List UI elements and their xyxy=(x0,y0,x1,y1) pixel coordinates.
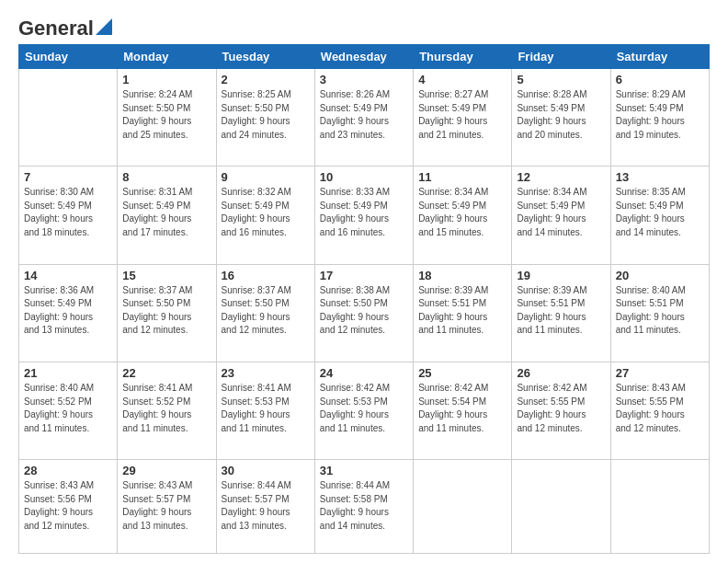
weekday-header-tuesday: Tuesday xyxy=(216,45,314,69)
calendar-cell: 16Sunrise: 8:37 AM Sunset: 5:50 PM Dayli… xyxy=(216,264,314,362)
calendar-cell: 20Sunrise: 8:40 AM Sunset: 5:51 PM Dayli… xyxy=(610,264,709,362)
calendar-cell xyxy=(19,69,118,167)
calendar-cell: 11Sunrise: 8:34 AM Sunset: 5:49 PM Dayli… xyxy=(414,167,512,264)
svg-marker-0 xyxy=(96,18,112,35)
calendar-cell: 4Sunrise: 8:27 AM Sunset: 5:49 PM Daylig… xyxy=(414,69,512,167)
calendar-cell: 3Sunrise: 8:26 AM Sunset: 5:49 PM Daylig… xyxy=(314,69,413,167)
calendar: SundayMondayTuesdayWednesdayThursdayFrid… xyxy=(18,44,710,554)
day-info: Sunrise: 8:26 AM Sunset: 5:49 PM Dayligh… xyxy=(320,88,408,142)
weekday-header-monday: Monday xyxy=(118,45,216,69)
day-info: Sunrise: 8:43 AM Sunset: 5:55 PM Dayligh… xyxy=(616,382,704,435)
calendar-cell: 9Sunrise: 8:32 AM Sunset: 5:49 PM Daylig… xyxy=(216,167,314,264)
day-number: 24 xyxy=(320,366,408,380)
day-number: 29 xyxy=(122,464,210,477)
day-info: Sunrise: 8:31 AM Sunset: 5:49 PM Dayligh… xyxy=(122,186,210,239)
day-number: 17 xyxy=(320,269,408,282)
weekday-header-saturday: Saturday xyxy=(610,45,709,69)
day-info: Sunrise: 8:30 AM Sunset: 5:49 PM Dayligh… xyxy=(24,186,112,239)
day-info: Sunrise: 8:39 AM Sunset: 5:51 PM Dayligh… xyxy=(517,284,605,338)
day-number: 20 xyxy=(616,269,704,282)
day-number: 30 xyxy=(222,464,310,477)
calendar-cell: 27Sunrise: 8:43 AM Sunset: 5:55 PM Dayli… xyxy=(610,362,709,460)
calendar-cell: 6Sunrise: 8:29 AM Sunset: 5:49 PM Daylig… xyxy=(610,69,709,167)
week-row-1: 1Sunrise: 8:24 AM Sunset: 5:50 PM Daylig… xyxy=(19,69,710,167)
day-number: 22 xyxy=(122,366,210,380)
calendar-cell: 8Sunrise: 8:31 AM Sunset: 5:49 PM Daylig… xyxy=(118,167,216,264)
calendar-cell: 14Sunrise: 8:36 AM Sunset: 5:49 PM Dayli… xyxy=(19,264,118,362)
day-number: 5 xyxy=(517,73,605,86)
day-number: 27 xyxy=(616,366,704,380)
day-info: Sunrise: 8:33 AM Sunset: 5:49 PM Dayligh… xyxy=(320,186,408,239)
day-number: 7 xyxy=(24,170,112,184)
week-row-3: 14Sunrise: 8:36 AM Sunset: 5:49 PM Dayli… xyxy=(19,264,710,362)
day-number: 9 xyxy=(222,170,310,184)
day-info: Sunrise: 8:38 AM Sunset: 5:50 PM Dayligh… xyxy=(320,284,408,338)
day-info: Sunrise: 8:32 AM Sunset: 5:49 PM Dayligh… xyxy=(222,186,310,239)
day-number: 1 xyxy=(122,73,210,86)
calendar-cell: 28Sunrise: 8:43 AM Sunset: 5:56 PM Dayli… xyxy=(19,460,118,554)
weekday-header-row: SundayMondayTuesdayWednesdayThursdayFrid… xyxy=(19,45,710,69)
day-info: Sunrise: 8:35 AM Sunset: 5:49 PM Dayligh… xyxy=(616,186,704,239)
day-info: Sunrise: 8:39 AM Sunset: 5:51 PM Dayligh… xyxy=(418,284,506,338)
day-info: Sunrise: 8:42 AM Sunset: 5:54 PM Dayligh… xyxy=(418,382,506,435)
calendar-cell: 26Sunrise: 8:42 AM Sunset: 5:55 PM Dayli… xyxy=(512,362,610,460)
day-number: 2 xyxy=(222,73,310,86)
page: General SundayMondayTuesdayWednesdayThur… xyxy=(0,0,728,563)
day-info: Sunrise: 8:34 AM Sunset: 5:49 PM Dayligh… xyxy=(517,186,605,239)
weekday-header-thursday: Thursday xyxy=(414,45,512,69)
day-number: 19 xyxy=(517,269,605,282)
week-row-4: 21Sunrise: 8:40 AM Sunset: 5:52 PM Dayli… xyxy=(19,362,710,460)
calendar-cell: 23Sunrise: 8:41 AM Sunset: 5:53 PM Dayli… xyxy=(216,362,314,460)
calendar-cell: 29Sunrise: 8:43 AM Sunset: 5:57 PM Dayli… xyxy=(118,460,216,554)
day-info: Sunrise: 8:28 AM Sunset: 5:49 PM Dayligh… xyxy=(517,88,605,142)
day-number: 23 xyxy=(222,366,310,380)
day-number: 26 xyxy=(517,366,605,380)
day-info: Sunrise: 8:44 AM Sunset: 5:58 PM Dayligh… xyxy=(320,479,408,533)
day-number: 16 xyxy=(222,269,310,282)
day-number: 14 xyxy=(24,269,112,282)
calendar-cell: 7Sunrise: 8:30 AM Sunset: 5:49 PM Daylig… xyxy=(19,167,118,264)
weekday-header-sunday: Sunday xyxy=(19,45,118,69)
weekday-header-wednesday: Wednesday xyxy=(314,45,413,69)
calendar-cell xyxy=(512,460,610,554)
day-info: Sunrise: 8:42 AM Sunset: 5:55 PM Dayligh… xyxy=(517,382,605,435)
calendar-cell: 13Sunrise: 8:35 AM Sunset: 5:49 PM Dayli… xyxy=(610,167,709,264)
week-row-2: 7Sunrise: 8:30 AM Sunset: 5:49 PM Daylig… xyxy=(19,167,710,264)
calendar-cell: 24Sunrise: 8:42 AM Sunset: 5:53 PM Dayli… xyxy=(314,362,413,460)
calendar-cell: 18Sunrise: 8:39 AM Sunset: 5:51 PM Dayli… xyxy=(414,264,512,362)
day-info: Sunrise: 8:36 AM Sunset: 5:49 PM Dayligh… xyxy=(24,284,112,338)
calendar-cell xyxy=(414,460,512,554)
header: General xyxy=(18,17,710,37)
calendar-cell: 31Sunrise: 8:44 AM Sunset: 5:58 PM Dayli… xyxy=(314,460,413,554)
day-info: Sunrise: 8:27 AM Sunset: 5:49 PM Dayligh… xyxy=(418,88,506,142)
calendar-cell: 17Sunrise: 8:38 AM Sunset: 5:50 PM Dayli… xyxy=(314,264,413,362)
calendar-cell xyxy=(610,460,709,554)
day-number: 15 xyxy=(122,269,210,282)
calendar-cell: 5Sunrise: 8:28 AM Sunset: 5:49 PM Daylig… xyxy=(512,69,610,167)
calendar-cell: 15Sunrise: 8:37 AM Sunset: 5:50 PM Dayli… xyxy=(118,264,216,362)
day-number: 11 xyxy=(418,170,506,184)
calendar-cell: 22Sunrise: 8:41 AM Sunset: 5:52 PM Dayli… xyxy=(118,362,216,460)
logo-triangle-icon xyxy=(96,18,112,35)
day-number: 4 xyxy=(418,73,506,86)
day-number: 12 xyxy=(517,170,605,184)
calendar-cell: 12Sunrise: 8:34 AM Sunset: 5:49 PM Dayli… xyxy=(512,167,610,264)
day-info: Sunrise: 8:41 AM Sunset: 5:53 PM Dayligh… xyxy=(222,382,310,435)
day-number: 18 xyxy=(418,269,506,282)
day-number: 10 xyxy=(320,170,408,184)
day-info: Sunrise: 8:34 AM Sunset: 5:49 PM Dayligh… xyxy=(418,186,506,239)
day-number: 31 xyxy=(320,464,408,477)
calendar-cell: 25Sunrise: 8:42 AM Sunset: 5:54 PM Dayli… xyxy=(414,362,512,460)
day-number: 6 xyxy=(616,73,704,86)
calendar-cell: 19Sunrise: 8:39 AM Sunset: 5:51 PM Dayli… xyxy=(512,264,610,362)
day-info: Sunrise: 8:37 AM Sunset: 5:50 PM Dayligh… xyxy=(222,284,310,338)
day-number: 13 xyxy=(616,170,704,184)
calendar-cell: 21Sunrise: 8:40 AM Sunset: 5:52 PM Dayli… xyxy=(19,362,118,460)
day-info: Sunrise: 8:37 AM Sunset: 5:50 PM Dayligh… xyxy=(122,284,210,338)
day-info: Sunrise: 8:40 AM Sunset: 5:52 PM Dayligh… xyxy=(24,382,112,435)
day-info: Sunrise: 8:29 AM Sunset: 5:49 PM Dayligh… xyxy=(616,88,704,142)
day-info: Sunrise: 8:43 AM Sunset: 5:56 PM Dayligh… xyxy=(24,479,112,533)
day-info: Sunrise: 8:42 AM Sunset: 5:53 PM Dayligh… xyxy=(320,382,408,435)
calendar-cell: 2Sunrise: 8:25 AM Sunset: 5:50 PM Daylig… xyxy=(216,69,314,167)
day-info: Sunrise: 8:25 AM Sunset: 5:50 PM Dayligh… xyxy=(222,88,310,142)
